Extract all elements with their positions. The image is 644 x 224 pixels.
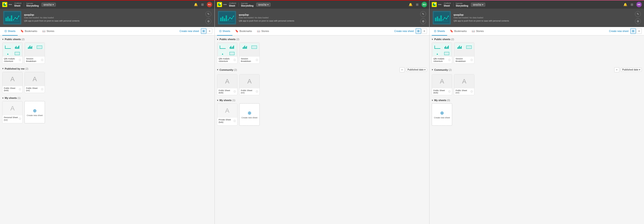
svg-rect-19 xyxy=(226,16,227,21)
info-icon[interactable]: ⓘ xyxy=(470,58,473,62)
grid-view-button[interactable]: ⊞ xyxy=(416,28,421,34)
section-count: (2) xyxy=(234,68,237,71)
info-icon[interactable]: ⓘ xyxy=(41,58,43,62)
pub-sheet-card[interactable]: APublic Sheet (bob)ⓘ xyxy=(2,72,23,93)
sheet-card[interactable]: ▲Qlik Analytic Adventureⓘ xyxy=(432,42,452,64)
menu-dots[interactable]: ••• xyxy=(8,3,12,6)
info-icon[interactable]: ⓘ xyxy=(470,90,473,93)
menu-dots[interactable]: ••• xyxy=(438,3,442,6)
sort-dropdown[interactable]: Published date ▾ xyxy=(406,68,427,72)
section-chevron-icon[interactable]: ▾ xyxy=(217,99,218,102)
pub-sheet-card[interactable]: APublic Sheet (rvr)ⓘ xyxy=(239,74,260,96)
settings-button[interactable]: ⚙ xyxy=(635,18,641,24)
info-icon[interactable]: ⓘ xyxy=(256,58,258,62)
sheet-card[interactable]: ▲Qlik Analytic Adventureⓘ xyxy=(217,42,238,64)
grid-icon[interactable]: ⊞ xyxy=(200,2,205,7)
bell-icon[interactable]: 🔔 xyxy=(193,2,198,7)
edit-button[interactable]: ✎ xyxy=(420,11,426,17)
settings-button[interactable]: ⚙ xyxy=(420,18,426,24)
section-chevron-icon[interactable]: ▾ xyxy=(432,68,433,71)
grid-icon[interactable]: ⊞ xyxy=(630,2,634,7)
pub-sheet-card[interactable]: APublic Sheet (bob)ⓘ xyxy=(217,74,238,96)
edit-button[interactable]: ✎ xyxy=(206,11,211,17)
sheets-grid: ⊕Create new sheet xyxy=(432,104,642,126)
section-title: My sheets (1) xyxy=(5,96,21,99)
list-view-icon[interactable]: ≡ xyxy=(400,67,404,72)
pub-sheet-card[interactable]: APublic Sheet (bob)ⓘ xyxy=(432,74,452,96)
section-chevron-icon[interactable]: ▾ xyxy=(2,67,4,70)
list-view-button[interactable]: ≡ xyxy=(422,28,427,34)
app-dropdown[interactable]: qsop2qc ▾ xyxy=(256,3,271,6)
app-description: Qlik app to push from on prem to saas wi… xyxy=(24,20,203,22)
tab-sheets-label: Sheets xyxy=(437,30,445,32)
avatar[interactable]: ME xyxy=(636,2,642,7)
section-chevron-icon[interactable]: ▾ xyxy=(432,38,433,40)
sheet-card[interactable]: ▲Qlik Analytic Adventureⓘ xyxy=(2,42,23,64)
personal-sheet-card[interactable]: APrivate Sheet (bob)ⓘ xyxy=(217,104,238,126)
grid-view-button[interactable]: ⊞ xyxy=(201,28,206,34)
menu-dots[interactable]: ••• xyxy=(223,3,227,6)
grid-view-button[interactable]: ⊞ xyxy=(630,28,636,34)
grid-icon[interactable]: ⊞ xyxy=(415,2,420,7)
create-new-sheet-label: Create new sheet xyxy=(242,116,258,119)
pub-sheet-card[interactable]: APublic Sheet (rvr)ⓘ xyxy=(24,72,45,93)
info-icon[interactable]: ⓘ xyxy=(448,90,450,93)
avatar[interactable]: KC xyxy=(207,2,212,7)
info-icon[interactable]: ⓘ xyxy=(234,120,236,123)
sheet-card[interactable]: Session Breakdownⓘ xyxy=(239,42,260,64)
tab-bookmarks[interactable]: 🔖Bookmarks xyxy=(233,27,254,36)
personal-sheet-card[interactable]: APersonal Sheet (rvr)ⓘ xyxy=(2,101,23,123)
section-chevron-icon[interactable]: ▾ xyxy=(432,99,433,102)
tab-sheets[interactable]: ⊡Sheets xyxy=(432,27,447,36)
edit-button[interactable]: ✎ xyxy=(635,11,641,17)
tab-stories[interactable]: 📖Stories xyxy=(470,27,486,36)
list-view-icon[interactable]: ≡ xyxy=(614,67,619,72)
tab-sheets[interactable]: ⊡Sheets xyxy=(217,27,232,36)
sheet-card[interactable]: Session Breakdownⓘ xyxy=(24,42,45,64)
app-dropdown[interactable]: qsop2qc ▾ xyxy=(471,3,486,6)
pub-sheet-card[interactable]: APublic Sheet (rvr)ⓘ xyxy=(454,74,474,96)
create-new-sheet-card[interactable]: ⊕Create new sheet xyxy=(432,104,452,126)
svg-point-13 xyxy=(220,3,221,4)
sheet-card[interactable]: Session Breakdownⓘ xyxy=(454,42,474,64)
create-new-sheet-button[interactable]: Create new sheet xyxy=(394,30,414,32)
tab-bookmarks[interactable]: 🔖Bookmarks xyxy=(448,27,469,36)
app-actions: ✎⚙ xyxy=(206,11,211,24)
create-new-sheet-button[interactable]: Create new sheet xyxy=(180,30,199,32)
app-info: qsop2qcData last loaded: No data loadedQ… xyxy=(239,14,418,22)
bell-icon[interactable]: 🔔 xyxy=(408,2,413,7)
tab-stories[interactable]: 📖Stories xyxy=(255,27,271,36)
create-new-sheet-card[interactable]: ⊕Create new sheet xyxy=(239,104,260,126)
section-count: (2) xyxy=(236,38,239,40)
avatar[interactable]: BO xyxy=(422,2,427,7)
app-info: qsop2qcData last loaded: No data loadedQ… xyxy=(454,14,632,22)
list-view-button[interactable]: ≡ xyxy=(207,28,212,34)
info-icon[interactable]: ⓘ xyxy=(256,90,258,93)
info-icon[interactable]: ⓘ xyxy=(448,58,450,62)
section-header: ▾Public sheets (2) xyxy=(432,38,642,40)
info-icon[interactable]: ⓘ xyxy=(41,88,43,91)
tab-sheets[interactable]: ⊡Sheets xyxy=(2,27,18,36)
tab-bookmarks[interactable]: 🔖Bookmarks xyxy=(18,27,40,36)
sort-dropdown[interactable]: Published date ▾ xyxy=(621,68,642,72)
create-new-sheet-card[interactable]: ⊕Create new sheet xyxy=(24,101,45,123)
app-dropdown[interactable]: qsop2qc ▾ xyxy=(42,3,56,6)
settings-button[interactable]: ⚙ xyxy=(206,18,211,24)
tab-sheets-label: Sheets xyxy=(8,30,16,32)
section-my_sheets: ▾My sheets (0)⊕Create new sheet xyxy=(432,99,642,126)
section-chevron-icon[interactable]: ▾ xyxy=(217,68,218,71)
info-icon[interactable]: ⓘ xyxy=(234,90,236,93)
info-icon[interactable]: ⓘ xyxy=(19,58,21,62)
tab-stories[interactable]: 📖Stories xyxy=(40,27,56,36)
svg-rect-28 xyxy=(435,18,436,21)
section-chevron-icon[interactable]: ▾ xyxy=(2,97,4,99)
section-chevron-icon[interactable]: ▾ xyxy=(217,38,218,40)
tab-sheets-icon: ⊡ xyxy=(434,30,436,33)
info-icon[interactable]: ⓘ xyxy=(19,88,21,91)
list-view-button[interactable]: ≡ xyxy=(636,28,642,34)
create-new-sheet-button[interactable]: Create new sheet xyxy=(609,30,628,32)
info-icon[interactable]: ⓘ xyxy=(19,117,21,120)
info-icon[interactable]: ⓘ xyxy=(234,58,236,62)
section-chevron-icon[interactable]: ▾ xyxy=(2,38,4,40)
bell-icon[interactable]: 🔔 xyxy=(623,2,628,7)
